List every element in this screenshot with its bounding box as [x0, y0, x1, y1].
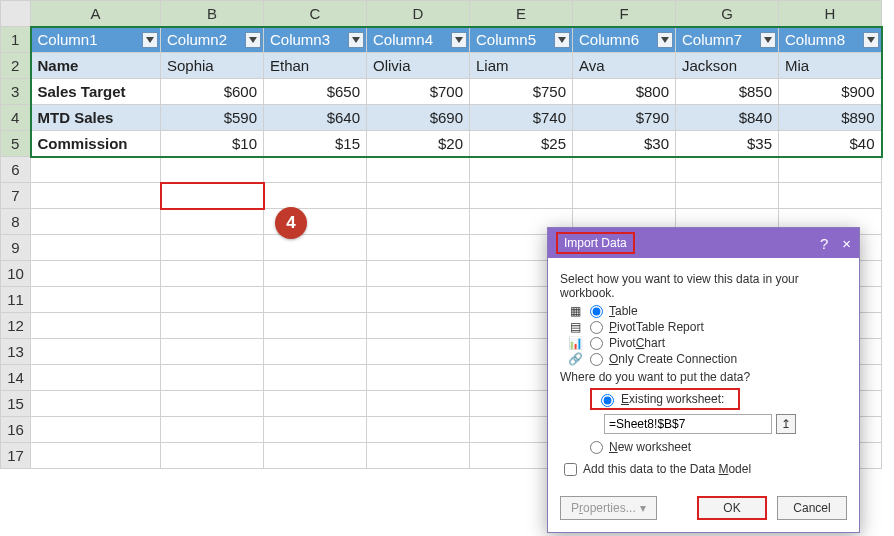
cell[interactable] — [367, 313, 470, 339]
cell[interactable] — [31, 313, 161, 339]
table-column-header[interactable]: Column2 — [161, 27, 264, 53]
view-connection-radio[interactable] — [590, 353, 603, 366]
cell[interactable] — [676, 183, 779, 209]
cell[interactable] — [264, 443, 367, 469]
cell[interactable]: $15 — [264, 131, 367, 157]
col-header[interactable]: E — [470, 1, 573, 27]
cell[interactable] — [31, 339, 161, 365]
filter-dropdown-icon[interactable] — [657, 32, 673, 48]
cell[interactable]: $890 — [779, 105, 882, 131]
row-header[interactable]: 17 — [1, 443, 31, 469]
view-pivottable-radio[interactable] — [590, 321, 603, 334]
cell[interactable]: $35 — [676, 131, 779, 157]
cell-selected-b7[interactable] — [161, 183, 264, 209]
dialog-titlebar[interactable]: Import Data ? × — [548, 228, 859, 258]
cell[interactable] — [779, 157, 882, 183]
ok-button[interactable]: OK — [697, 496, 767, 520]
cell[interactable]: $750 — [470, 79, 573, 105]
table-column-header[interactable]: Column5 — [470, 27, 573, 53]
cell[interactable] — [161, 235, 264, 261]
cell[interactable] — [264, 157, 367, 183]
cell[interactable] — [161, 209, 264, 235]
table-column-header[interactable]: Column6 — [573, 27, 676, 53]
cell[interactable] — [31, 261, 161, 287]
cell[interactable] — [367, 235, 470, 261]
cell[interactable] — [161, 313, 264, 339]
cell[interactable] — [573, 183, 676, 209]
range-picker-icon[interactable]: ↥ — [776, 414, 796, 434]
row-header[interactable]: 14 — [1, 365, 31, 391]
cell[interactable] — [367, 157, 470, 183]
col-header[interactable]: C — [264, 1, 367, 27]
col-header[interactable]: B — [161, 1, 264, 27]
cell[interactable]: Liam — [470, 53, 573, 79]
col-header[interactable]: D — [367, 1, 470, 27]
row-header[interactable]: 3 — [1, 79, 31, 105]
cell[interactable] — [264, 235, 367, 261]
cell[interactable] — [367, 261, 470, 287]
cell[interactable] — [779, 183, 882, 209]
cell[interactable] — [264, 313, 367, 339]
cell[interactable] — [367, 183, 470, 209]
row-header[interactable]: 13 — [1, 339, 31, 365]
view-table-radio[interactable] — [590, 305, 603, 318]
filter-dropdown-icon[interactable] — [863, 32, 879, 48]
cell[interactable] — [31, 417, 161, 443]
row-header[interactable]: 7 — [1, 183, 31, 209]
cell[interactable]: $790 — [573, 105, 676, 131]
cancel-button[interactable]: Cancel — [777, 496, 847, 520]
cell[interactable] — [676, 157, 779, 183]
row-header[interactable]: 10 — [1, 261, 31, 287]
table-column-header[interactable]: Column7 — [676, 27, 779, 53]
cell[interactable]: $840 — [676, 105, 779, 131]
new-worksheet-radio[interactable] — [590, 441, 603, 454]
cell[interactable] — [161, 157, 264, 183]
row-header[interactable]: 2 — [1, 53, 31, 79]
filter-dropdown-icon[interactable] — [142, 32, 158, 48]
cell[interactable]: Commission — [31, 131, 161, 157]
cell[interactable] — [264, 339, 367, 365]
row-header[interactable]: 9 — [1, 235, 31, 261]
cell[interactable]: $600 — [161, 79, 264, 105]
cell[interactable] — [367, 365, 470, 391]
table-column-header[interactable]: Column4 — [367, 27, 470, 53]
cell[interactable] — [264, 183, 367, 209]
cell[interactable]: Jackson — [676, 53, 779, 79]
row-header[interactable]: 12 — [1, 313, 31, 339]
cell[interactable]: Ethan — [264, 53, 367, 79]
cell[interactable]: $10 — [161, 131, 264, 157]
cell[interactable] — [367, 443, 470, 469]
cell[interactable] — [31, 443, 161, 469]
cell[interactable] — [470, 157, 573, 183]
cell[interactable] — [367, 287, 470, 313]
properties-button[interactable]: Properties... ▾ — [560, 496, 657, 520]
filter-dropdown-icon[interactable] — [554, 32, 570, 48]
col-header[interactable]: A — [31, 1, 161, 27]
cell[interactable] — [264, 417, 367, 443]
table-column-header[interactable]: Column3 — [264, 27, 367, 53]
cell[interactable]: $850 — [676, 79, 779, 105]
select-all-corner[interactable] — [1, 1, 31, 27]
existing-worksheet-radio[interactable] — [601, 394, 614, 407]
row-header[interactable]: 4 — [1, 105, 31, 131]
cell[interactable] — [264, 391, 367, 417]
table-column-header[interactable]: Column1 — [31, 27, 161, 53]
help-icon[interactable]: ? — [820, 235, 828, 252]
col-header[interactable]: H — [779, 1, 882, 27]
cell[interactable]: $40 — [779, 131, 882, 157]
cell[interactable]: Ava — [573, 53, 676, 79]
row-header[interactable]: 1 — [1, 27, 31, 53]
row-header[interactable]: 16 — [1, 417, 31, 443]
row-header[interactable]: 15 — [1, 391, 31, 417]
cell[interactable]: $900 — [779, 79, 882, 105]
cell[interactable]: $700 — [367, 79, 470, 105]
cell[interactable] — [161, 287, 264, 313]
filter-dropdown-icon[interactable] — [760, 32, 776, 48]
cell[interactable] — [367, 339, 470, 365]
cell[interactable]: Sophia — [161, 53, 264, 79]
row-header[interactable]: 6 — [1, 157, 31, 183]
col-header[interactable]: F — [573, 1, 676, 27]
cell[interactable]: $650 — [264, 79, 367, 105]
cell[interactable]: Sales Target — [31, 79, 161, 105]
cell[interactable] — [264, 287, 367, 313]
